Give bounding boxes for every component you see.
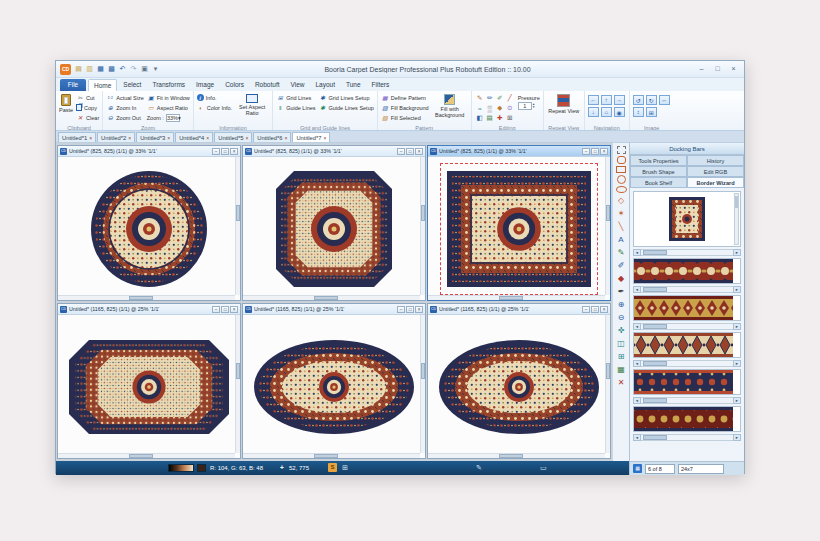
close-tab-icon[interactable]: × [206,135,209,141]
airbrush-icon[interactable]: ✐ [495,93,505,103]
tab-robotuft[interactable]: Robotuft [250,79,285,91]
scroll-left-icon[interactable] [633,360,641,367]
mirror-icon[interactable]: ◧ [475,113,485,123]
pressure-value-input[interactable]: 1 [518,102,532,110]
minimize-button[interactable] [695,64,708,75]
scrollbar-thumb[interactable] [421,205,425,221]
line-icon[interactable]: ╱ [505,93,515,103]
nav-down-icon[interactable]: ↓ [588,107,599,117]
guide-lines-setup-button[interactable]: Guide Lines Setup [319,103,374,112]
scroll-right-icon[interactable] [733,360,741,367]
horizontal-scrollbar[interactable] [428,453,605,458]
grid-lines-setup-button[interactable]: Grid Lines Setup [319,93,374,102]
child-minimize-button[interactable] [582,148,590,155]
child-restore-button[interactable] [221,148,229,155]
canvas-area[interactable] [58,157,240,300]
line-tool[interactable]: ╲ [616,221,627,232]
tab-layout[interactable]: Layout [310,79,340,91]
save-all-icon[interactable]: ▩ [107,64,116,74]
child-title-bar[interactable]: CD Untitled* (825, 825) (1/1) @ 33% '1/1… [243,146,425,157]
rotate-right-icon[interactable]: ↻ [646,95,657,105]
diamond-tool[interactable]: ◇ [616,195,627,206]
carpet-design-oval[interactable] [435,338,603,436]
pan-tool[interactable]: ✜ [616,325,627,336]
new-document-icon[interactable]: ▤ [74,64,83,74]
border-scrollbar-4[interactable] [633,397,741,404]
rotate-left-icon[interactable]: ↺ [633,95,644,105]
scrollbar-thumb[interactable] [606,205,610,221]
eraser-icon[interactable]: ▒ [485,103,495,113]
fill-with-background-button[interactable]: Fill with Background [432,93,468,118]
curve-icon[interactable]: ≈ [475,103,485,113]
clear-button[interactable]: Clear [76,113,99,122]
document-tab-6[interactable]: Untitled*6 × [253,132,291,142]
child-minimize-button[interactable] [582,306,590,313]
child-close-button[interactable] [415,306,423,313]
nav-center-icon[interactable]: ◉ [614,107,625,117]
horizontal-scrollbar[interactable] [243,295,420,300]
scroll-left-icon[interactable] [633,249,641,256]
document-tab-2[interactable]: Untitled*2 × [97,132,135,142]
child-minimize-button[interactable] [397,148,405,155]
carpet-design-octagon[interactable] [268,167,400,291]
scrollbar-thumb[interactable] [129,296,153,300]
border-style-option-4[interactable] [633,369,741,395]
pattern-brush-icon[interactable]: ▤ [485,113,495,123]
document-tab-4[interactable]: Untitled*4 × [175,132,213,142]
close-button[interactable] [727,64,740,75]
carpet-design-circle[interactable] [83,167,215,291]
brush-icon[interactable]: ✏ [485,93,495,103]
add-point-icon[interactable]: ✚ [495,113,505,123]
child-restore-button[interactable] [406,148,414,155]
carpet-preview-thumbnail[interactable] [667,195,707,243]
child-title-bar[interactable]: CD Untitled* (1165, 825) (1/1) @ 25% '1/… [243,304,425,315]
child-close-button[interactable] [600,148,608,155]
info-button[interactable]: iInfo. [197,93,232,102]
paste-button[interactable]: Paste [59,93,73,113]
preview-vertical-scrollbar[interactable] [734,193,739,245]
tab-filters[interactable]: Filters [367,79,395,91]
redo-icon[interactable]: ↷ [129,64,138,74]
vertical-scrollbar[interactable] [235,157,240,295]
horizontal-scrollbar[interactable] [58,295,235,300]
tab-select[interactable]: Select [118,79,146,91]
scrollbar-thumb[interactable] [643,398,667,403]
title-bar[interactable]: CD ▤▥▦▩↶↷▣▾ Booria Carpet Designer Profe… [56,61,744,78]
undo-icon[interactable]: ↶ [118,64,127,74]
vertical-scrollbar[interactable] [235,315,240,453]
print-icon[interactable]: ▣ [140,64,149,74]
close-tab-icon[interactable]: × [167,135,170,141]
scrollbar-thumb[interactable] [499,454,523,458]
zoom-in-button[interactable]: Zoom In [106,103,144,112]
canvas-area[interactable] [428,157,610,300]
scroll-right-icon[interactable] [733,249,741,256]
cut-button[interactable]: Cut [76,93,99,102]
grid-tool[interactable]: ⊞ [616,351,627,362]
fill-tool[interactable]: ◆ [616,273,627,284]
scroll-left-icon[interactable] [633,286,641,293]
carpet-preview-box[interactable] [633,191,741,247]
close-tab-icon[interactable]: × [89,135,92,141]
dock-tab-edit-rgb[interactable]: Edit RGB [687,166,744,177]
carpet-design-rectangle[interactable] [444,167,594,291]
horizontal-scrollbar[interactable] [243,453,420,458]
border-scrollbar-2[interactable] [633,323,741,330]
nav-up-icon[interactable]: ↑ [601,95,612,105]
fill-icon[interactable]: ◆ [495,103,505,113]
scroll-left-icon[interactable] [633,434,641,441]
qat-menu-icon[interactable]: ▾ [151,64,160,74]
zoom-out-tool[interactable]: ⊖ [616,312,627,323]
tab-home[interactable]: Home [88,79,117,91]
border-style-option-3[interactable] [633,332,741,358]
tab-file[interactable]: File [60,79,86,91]
pencil-icon[interactable]: ✎ [475,93,485,103]
child-minimize-button[interactable] [212,306,220,313]
scrollbar-thumb[interactable] [643,361,667,366]
child-close-button[interactable] [230,306,238,313]
child-close-button[interactable] [230,148,238,155]
mirror-tool[interactable]: ◫ [616,338,627,349]
clone-icon[interactable]: ⊙ [505,103,515,113]
scroll-right-icon[interactable] [733,323,741,330]
child-title-bar[interactable]: CD Untitled* (1165, 825) (1/1) @ 25% '1/… [428,304,610,315]
repeat-tool[interactable]: ▦ [616,364,627,375]
